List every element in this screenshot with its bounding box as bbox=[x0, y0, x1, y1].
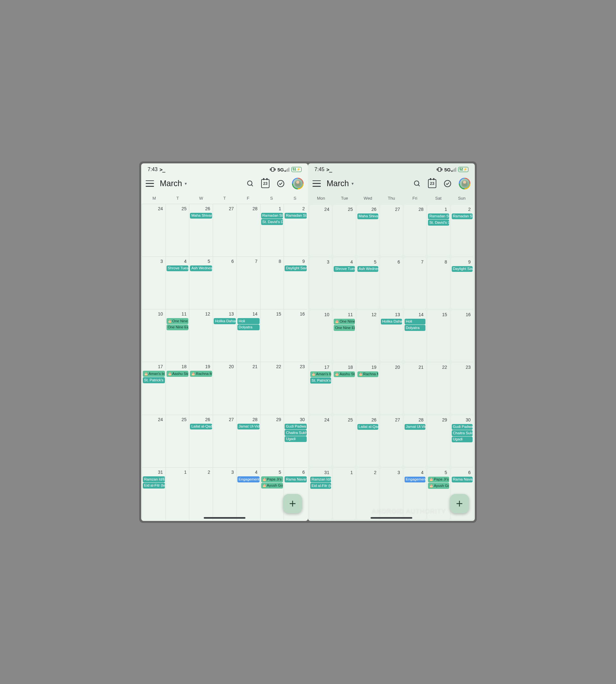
calendar-event[interactable]: Ramadan Start bbox=[285, 213, 307, 219]
day-cell[interactable]: 21 bbox=[404, 363, 426, 414]
day-cell[interactable]: 27 bbox=[213, 415, 237, 467]
search-button[interactable] bbox=[246, 180, 254, 188]
day-cell[interactable]: 20 bbox=[213, 362, 237, 414]
calendar-event[interactable]: One Nine Eight bbox=[167, 324, 189, 330]
month-dropdown[interactable]: March ▼ bbox=[327, 179, 408, 188]
day-cell[interactable]: 22 bbox=[260, 362, 284, 414]
day-cell[interactable]: 7 bbox=[404, 257, 426, 309]
calendar-event[interactable]: Maha Shivaratri bbox=[190, 213, 212, 219]
add-event-fab[interactable] bbox=[450, 494, 469, 513]
account-avatar[interactable] bbox=[459, 178, 470, 189]
day-cell[interactable]: 29 bbox=[260, 415, 284, 467]
day-cell[interactable]: 26Maha Shivaratri bbox=[189, 204, 213, 256]
day-cell[interactable]: 12 bbox=[357, 310, 379, 361]
calendar-event[interactable]: 🎂Rachna M bbox=[190, 371, 212, 377]
day-cell[interactable]: 17🎂Aman's birthdaySt. Patrick's bbox=[142, 362, 166, 414]
day-cell[interactable]: 25 bbox=[166, 204, 189, 256]
calendar-event[interactable]: 🎂Papa Ji's birthday bbox=[428, 477, 449, 483]
day-cell[interactable]: 1Ramadan StartSt. David's Day bbox=[427, 205, 449, 256]
day-cell[interactable]: 31Ramzan Id/EidEid al-Fitr (tentative) bbox=[142, 467, 166, 520]
calendar-event[interactable]: Ash Wednesday bbox=[190, 265, 212, 272]
calendar-event[interactable]: Jamat Ul-Vida bbox=[237, 424, 260, 430]
calendar-event[interactable]: 🎂One Nine bbox=[167, 318, 189, 324]
calendar-event[interactable]: Shrove Tuesday bbox=[167, 265, 189, 272]
calendar-event[interactable]: Holika Dahan bbox=[381, 319, 402, 325]
menu-button[interactable] bbox=[146, 180, 154, 187]
day-cell[interactable]: 3 bbox=[310, 257, 332, 309]
calendar-event[interactable]: Ramadan Start bbox=[452, 213, 472, 219]
calendar-event[interactable]: Gudi Padwa bbox=[452, 424, 472, 430]
day-cell[interactable]: 1 bbox=[166, 467, 189, 520]
day-cell[interactable]: 8 bbox=[260, 256, 284, 309]
calendar-event[interactable]: 🎂Ayush Goyal bbox=[428, 483, 449, 489]
calendar-event[interactable]: Lailat al-Qadr bbox=[190, 424, 212, 430]
calendar-event[interactable]: Daylight Saving bbox=[285, 265, 307, 272]
day-cell[interactable]: 11🎂One NineOne Nine Eight bbox=[333, 310, 355, 361]
calendar-event[interactable]: Jamat Ul-Vida bbox=[404, 424, 425, 430]
calendar-event[interactable]: Maha Shivaratri bbox=[357, 213, 378, 219]
day-cell[interactable]: 4Shrove Tuesday bbox=[166, 256, 189, 309]
menu-button[interactable] bbox=[312, 180, 321, 187]
calendar-event[interactable]: Ugadi bbox=[452, 436, 472, 443]
today-button[interactable]: 23 bbox=[261, 179, 269, 188]
calendar-event[interactable]: Engagement bbox=[404, 477, 425, 483]
day-cell[interactable]: 18🎂Aashu Star bbox=[333, 363, 355, 414]
tasks-button[interactable] bbox=[277, 179, 285, 188]
day-cell[interactable]: 24 bbox=[142, 204, 166, 256]
calendar-event[interactable]: Chaitra Sukhladi bbox=[452, 430, 472, 436]
calendar-event[interactable]: St. Patrick's bbox=[310, 378, 331, 384]
calendar-event[interactable]: 🎂Aman's birthday bbox=[143, 371, 165, 377]
calendar-event[interactable]: 🎂Rachna M bbox=[357, 371, 378, 378]
day-cell[interactable]: 10 bbox=[142, 309, 166, 362]
day-cell[interactable]: 23 bbox=[284, 362, 307, 414]
day-cell[interactable]: 28Jamat Ul-Vida bbox=[237, 415, 260, 467]
calendar-event[interactable]: Ramzan Id/Eid bbox=[310, 477, 331, 483]
day-cell[interactable]: 10 bbox=[310, 310, 332, 361]
day-cell[interactable]: 27 bbox=[380, 415, 402, 467]
calendar-event[interactable]: St. David's Day bbox=[261, 219, 283, 225]
day-cell[interactable]: 6 bbox=[380, 257, 402, 309]
search-button[interactable] bbox=[413, 180, 421, 188]
day-cell[interactable]: 4Engagement bbox=[237, 467, 260, 520]
calendar-event[interactable]: 🎂Aman's birthday bbox=[310, 371, 331, 378]
calendar-event[interactable]: 🎂Ayush Goyal bbox=[261, 483, 283, 489]
calendar-event[interactable]: Eid al-Fitr (tentative) bbox=[310, 483, 331, 489]
day-cell[interactable]: 25 bbox=[333, 415, 355, 467]
day-cell[interactable]: 12 bbox=[189, 309, 213, 362]
calendar-event[interactable]: Engagement bbox=[237, 476, 260, 483]
calendar-event[interactable]: Daylight Saving bbox=[452, 266, 472, 272]
calendar-event[interactable]: Eid al-Fitr (tentative) bbox=[143, 483, 165, 489]
day-cell[interactable]: 22 bbox=[427, 363, 449, 414]
day-cell[interactable]: 26Lailat al-Qadr bbox=[357, 415, 379, 467]
day-cell[interactable]: 31Ramzan Id/EidEid al-Fitr (tentative) bbox=[310, 468, 332, 519]
day-cell[interactable]: 3 bbox=[142, 256, 166, 309]
day-cell[interactable]: 13Holika Dahan bbox=[380, 310, 402, 361]
day-cell[interactable]: 20 bbox=[380, 363, 402, 414]
day-cell[interactable]: 6 bbox=[213, 256, 237, 309]
calendar-event[interactable]: Holi bbox=[237, 318, 260, 324]
calendar-event[interactable]: Rama Navami bbox=[285, 476, 307, 483]
day-cell[interactable]: 29 bbox=[427, 415, 449, 467]
day-cell[interactable]: 15 bbox=[260, 309, 284, 362]
day-cell[interactable]: 13Holika Dahan bbox=[213, 309, 237, 362]
calendar-event[interactable]: Ramzan Id/Eid bbox=[143, 476, 165, 483]
calendar-event[interactable]: Gudi Padwa bbox=[285, 424, 307, 430]
day-cell[interactable]: 24 bbox=[310, 415, 332, 467]
day-cell[interactable]: 9Daylight Saving bbox=[284, 256, 307, 309]
day-cell[interactable]: 24 bbox=[310, 205, 332, 256]
calendar-event[interactable]: 🎂Aashu Star bbox=[334, 371, 354, 378]
day-cell[interactable]: 25 bbox=[333, 205, 355, 256]
calendar-event[interactable]: St. David's Day bbox=[428, 219, 449, 226]
day-cell[interactable]: 26Maha Shivaratri bbox=[357, 205, 379, 256]
calendar-grid[interactable]: 242526Maha Shivaratri27281Ramadan StartS… bbox=[308, 204, 475, 521]
day-cell[interactable]: 27 bbox=[213, 204, 237, 256]
day-cell[interactable]: 17🎂Aman's birthdaySt. Patrick's bbox=[310, 363, 332, 414]
day-cell[interactable]: 23 bbox=[451, 363, 473, 414]
day-cell[interactable]: 5Ash Wednesday bbox=[189, 256, 213, 309]
calendar-event[interactable]: Shrove Tuesday bbox=[334, 266, 354, 272]
day-cell[interactable]: 30Gudi PadwaChaitra SukhladiUgadi bbox=[284, 415, 307, 467]
add-event-fab[interactable] bbox=[283, 494, 302, 513]
day-cell[interactable]: 26Lailat al-Qadr bbox=[189, 415, 213, 467]
calendar-event[interactable]: Ramadan Start bbox=[261, 213, 283, 219]
day-cell[interactable]: 28Jamat Ul-Vida bbox=[404, 415, 426, 467]
